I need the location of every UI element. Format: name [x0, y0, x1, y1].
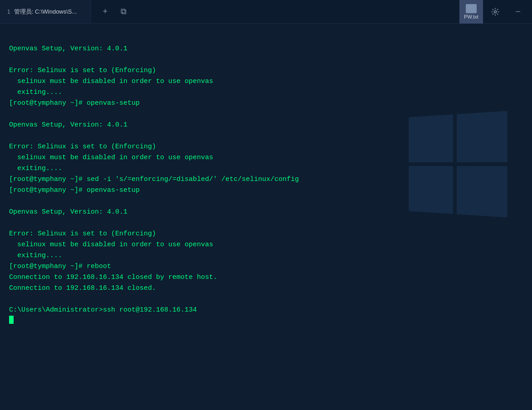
- settings-icon: [491, 7, 500, 16]
- pw-txt-button[interactable]: PW.txt: [459, 0, 483, 24]
- tab-number: 1: [7, 9, 10, 15]
- terminal-cursor: [9, 316, 14, 324]
- svg-point-0: [494, 10, 497, 13]
- pw-txt-label: PW.txt: [464, 14, 478, 20]
- minimize-button[interactable]: —: [508, 0, 528, 24]
- titlebar-actions: + ⧉: [91, 5, 138, 19]
- terminal-output: Openvas Setup, Version: 4.0.1 Error: Sel…: [9, 33, 523, 316]
- copy-tab-button[interactable]: ⧉: [116, 5, 131, 19]
- titlebar: 1 管理员: C:\Windows\S... + ⧉ PW.txt —: [0, 0, 532, 24]
- add-tab-button[interactable]: +: [98, 5, 112, 19]
- active-tab[interactable]: 1 管理员: C:\Windows\S...: [0, 0, 91, 23]
- titlebar-right: PW.txt —: [459, 0, 532, 24]
- tab-title: 管理员: C:\Windows\S...: [14, 8, 77, 16]
- settings-button[interactable]: [485, 0, 506, 24]
- terminal-cursor-line: [9, 316, 523, 324]
- terminal-area: Openvas Setup, Version: 4.0.1 Error: Sel…: [0, 24, 532, 410]
- pw-txt-icon: [466, 4, 477, 13]
